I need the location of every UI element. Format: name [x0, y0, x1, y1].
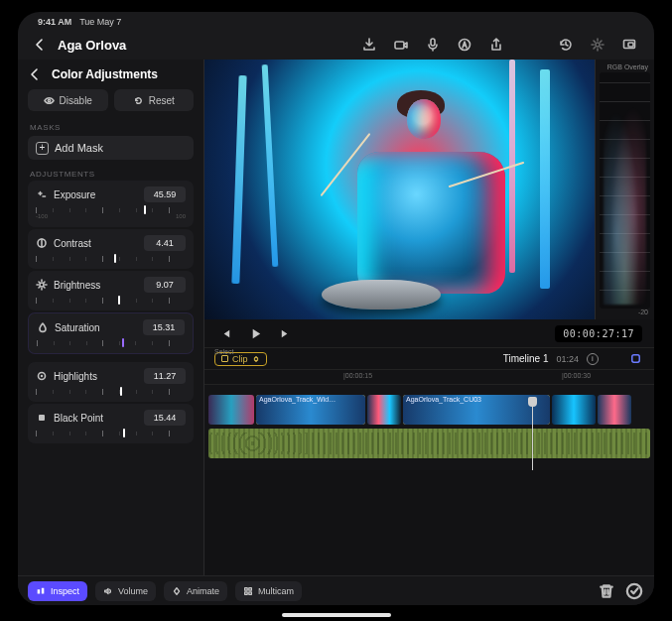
- fullscreen-icon[interactable]: [618, 34, 640, 56]
- multicam-button[interactable]: Multicam: [235, 581, 302, 601]
- adjustment-exposure[interactable]: Exposure 45.59 -100100: [28, 181, 194, 227]
- scope-label: RGB Overlay: [600, 63, 650, 72]
- inspect-icon: [36, 586, 46, 596]
- trash-button[interactable]: [597, 581, 616, 601]
- timeline-info-button[interactable]: i: [587, 353, 599, 365]
- status-time: 9:41 AM: [38, 17, 71, 27]
- svg-point-2: [460, 40, 470, 51]
- svg-point-3: [596, 43, 600, 47]
- video-preview[interactable]: [204, 60, 595, 319]
- volume-button[interactable]: Volume: [95, 581, 156, 601]
- adjustments-section-label: ADJUSTMENTS: [18, 166, 203, 181]
- prev-frame-button[interactable]: [216, 324, 234, 342]
- timeline-tool-icon[interactable]: [626, 350, 644, 368]
- multicam-icon: [243, 586, 253, 596]
- import-icon[interactable]: [358, 34, 380, 56]
- clip-icon: [221, 355, 228, 362]
- titlebar: Aga Orlova: [18, 30, 654, 60]
- scope-panel: RGB Overlay -20: [595, 60, 654, 319]
- confirm-button[interactable]: [624, 581, 644, 601]
- blackpoint-value[interactable]: 15.44: [144, 410, 186, 426]
- svg-point-8: [40, 283, 44, 287]
- timeline-ruler[interactable]: |00:00:15 |00:00:30: [204, 369, 654, 385]
- add-mask-button[interactable]: + Add Mask: [28, 136, 194, 160]
- scope-bottom-value: -20: [600, 309, 650, 315]
- project-title: Aga Orlova: [58, 38, 126, 53]
- adjustment-blackpoint[interactable]: Black Point 15.44: [28, 404, 194, 443]
- reset-button[interactable]: Reset: [114, 89, 195, 111]
- timeline-clip[interactable]: [598, 395, 631, 425]
- highlights-icon: [36, 370, 48, 382]
- svg-rect-1: [431, 39, 435, 46]
- timeline-clip-selected[interactable]: AgaOrlova_Track_Wid…: [256, 395, 365, 425]
- contrast-value[interactable]: 4.41: [144, 235, 186, 251]
- timeline-name: Timeline 1: [503, 353, 549, 364]
- inspector-back-button[interactable]: [28, 67, 42, 81]
- text-style-icon[interactable]: [454, 34, 475, 56]
- exposure-slider[interactable]: [36, 207, 186, 212]
- adjustment-saturation[interactable]: Saturation 15.31: [28, 312, 194, 354]
- disable-button[interactable]: Disable: [28, 89, 108, 111]
- share-icon[interactable]: [485, 34, 507, 56]
- back-button[interactable]: [32, 37, 48, 53]
- blackpoint-icon: [36, 412, 48, 424]
- svg-rect-12: [631, 355, 638, 362]
- plus-icon: +: [36, 142, 49, 155]
- timeline-clip[interactable]: [552, 395, 596, 425]
- adjustment-contrast[interactable]: Contrast 4.41: [28, 229, 194, 269]
- timeline-header: Select Clip Timeline 1 01:24 i: [204, 347, 654, 369]
- timeline-duration: 01:24: [556, 354, 579, 364]
- timeline-tracks[interactable]: AgaOrlova_Track_Wid… AgaOrlova_Track_CU0…: [204, 385, 654, 470]
- camera-icon[interactable]: [390, 34, 412, 56]
- exposure-value[interactable]: 45.59: [144, 186, 186, 202]
- svg-rect-0: [395, 42, 404, 49]
- highlights-slider[interactable]: [36, 389, 186, 394]
- saturation-icon: [37, 321, 49, 333]
- brightness-icon: [36, 279, 48, 291]
- saturation-slider[interactable]: [37, 340, 185, 345]
- inspector-title: Color Adjustments: [52, 67, 158, 81]
- svg-rect-16: [249, 591, 252, 594]
- timeline-clip[interactable]: [367, 395, 401, 425]
- play-button[interactable]: [246, 324, 264, 342]
- volume-icon: [103, 586, 113, 596]
- animate-icon: [172, 586, 182, 596]
- status-date: Tue May 7: [79, 17, 121, 27]
- mic-icon[interactable]: [422, 34, 444, 56]
- svg-rect-14: [249, 587, 252, 590]
- masks-section-label: MASKS: [18, 119, 203, 134]
- transport-bar: 00:00:27:17: [204, 319, 654, 347]
- playhead[interactable]: [532, 405, 533, 470]
- exposure-icon: [36, 188, 48, 200]
- timeline-clip[interactable]: [208, 395, 254, 425]
- status-bar: 9:41 AM Tue May 7: [18, 12, 654, 30]
- inspect-button[interactable]: Inspect: [28, 581, 87, 601]
- contrast-icon: [36, 237, 48, 249]
- svg-rect-5: [628, 43, 633, 47]
- saturation-value[interactable]: 15.31: [143, 319, 185, 335]
- timecode-display[interactable]: 00:00:27:17: [555, 325, 642, 342]
- animate-button[interactable]: Animate: [164, 581, 227, 601]
- svg-point-6: [48, 99, 50, 101]
- next-frame-button[interactable]: [276, 324, 294, 342]
- svg-rect-11: [39, 415, 45, 421]
- brightness-slider[interactable]: [36, 298, 186, 303]
- history-icon[interactable]: [555, 34, 577, 56]
- audio-track[interactable]: [208, 429, 650, 458]
- contrast-slider[interactable]: [36, 256, 186, 261]
- adjustment-highlights[interactable]: Highlights 11.27: [28, 362, 194, 402]
- svg-rect-13: [245, 587, 248, 590]
- rgb-scope[interactable]: [600, 72, 650, 309]
- bottom-toolbar: Inspect Volume Animate Multicam: [18, 575, 654, 605]
- svg-point-10: [41, 375, 43, 377]
- reset-icon: [133, 95, 144, 106]
- blackpoint-slider[interactable]: [36, 431, 186, 435]
- inspector-panel: Color Adjustments Disable Reset MASKS + …: [18, 60, 204, 575]
- settings-icon[interactable]: [587, 34, 608, 56]
- eye-icon: [44, 95, 55, 106]
- brightness-value[interactable]: 9.07: [144, 277, 186, 293]
- chevron-updown-icon: [252, 355, 260, 363]
- highlights-value[interactable]: 11.27: [144, 368, 186, 384]
- svg-rect-15: [245, 591, 248, 594]
- adjustment-brightness[interactable]: Brightness 9.07: [28, 271, 194, 310]
